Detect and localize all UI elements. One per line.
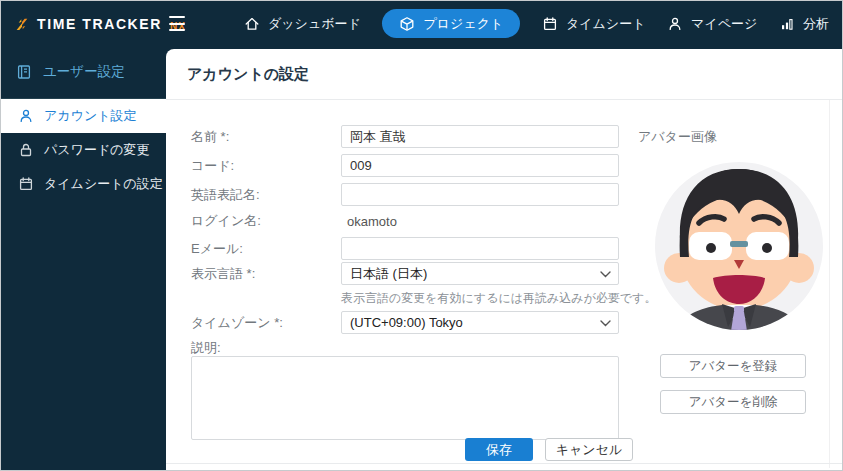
nav-analysis[interactable]: 分析 [779, 1, 829, 46]
language-value: 日本語 (日本) [350, 265, 427, 283]
calendar-icon [542, 16, 558, 32]
book-icon [16, 64, 32, 80]
description-field[interactable] [191, 356, 619, 440]
page-title: アカウントの設定 [187, 65, 309, 84]
cube-icon [399, 16, 415, 32]
sidebar-item-label: タイムシートの設定 [44, 175, 163, 193]
code-field[interactable] [341, 154, 619, 177]
calendar-icon [18, 176, 34, 192]
form-row-email: Eメール: [191, 237, 619, 260]
timezone-select[interactable]: (UTC+09:00) Tokyo [341, 311, 619, 334]
nav-projects[interactable]: プロジェクト [382, 9, 520, 38]
form-row-code: コード: [191, 154, 619, 177]
logo-icon [14, 16, 30, 32]
sidebar-item-label: アカウント設定 [44, 107, 137, 125]
sidebar-item-change-password[interactable]: パスワードの変更 [1, 133, 166, 167]
page-header: アカウントの設定 [166, 49, 842, 100]
sidebar-item-account-settings[interactable]: アカウント設定 [1, 99, 166, 133]
lock-icon [18, 142, 34, 158]
nav-label: ダッシュボード [268, 15, 361, 33]
chevron-down-icon [600, 271, 611, 278]
panel-right-edge [829, 100, 830, 468]
top-navigation: ダッシュボード プロジェクト タイムシート マイペ [244, 1, 829, 46]
avatar-illustration [654, 161, 824, 331]
english-name-field[interactable] [341, 183, 619, 206]
description-label: 説明: [191, 339, 221, 357]
timezone-value: (UTC+09:00) Tokyo [350, 315, 463, 330]
name-field[interactable] [341, 125, 619, 148]
language-note: 表示言語の変更を有効にするには再読み込みが必要です。 [341, 290, 656, 307]
form-row-english-name: 英語表記名: [191, 183, 619, 206]
content-bottom-divider [166, 463, 842, 464]
nav-label: タイムシート [566, 15, 646, 33]
save-button[interactable]: 保存 [465, 438, 533, 461]
cancel-button[interactable]: キャンセル [545, 438, 633, 461]
nav-mypage[interactable]: マイページ [667, 1, 757, 46]
sidebar-section-user-settings: ユーザー設定 [1, 46, 166, 98]
app-logo: TIME TRACKER NX [14, 1, 186, 46]
form-row-language: 表示言語 *: 日本語 (日本) [191, 262, 619, 285]
email-label: Eメール: [191, 240, 341, 258]
sidebar-section-label: ユーザー設定 [43, 63, 125, 81]
logo-title: TIME TRACKER [37, 16, 162, 32]
email-field[interactable] [341, 237, 619, 260]
avatar-delete-button[interactable]: アバターを削除 [660, 390, 806, 414]
timezone-label: タイムゾーン *: [191, 314, 341, 332]
english-name-label: 英語表記名: [191, 186, 341, 204]
sidebar-item-label: パスワードの変更 [44, 141, 150, 159]
nav-label: プロジェクト [423, 15, 503, 33]
chevron-down-icon [600, 320, 611, 327]
form-row-login: ログイン名: okamoto [191, 212, 397, 230]
sidebar-item-timesheet-settings[interactable]: タイムシートの設定 [1, 167, 166, 201]
bar-chart-icon [779, 16, 795, 32]
name-label: 名前 *: [191, 128, 341, 146]
topbar: TIME TRACKER NX ダッシュボード プロジェクト [1, 1, 842, 46]
login-value: okamoto [341, 214, 397, 229]
person-icon [667, 16, 683, 32]
code-label: コード: [191, 157, 341, 175]
language-select[interactable]: 日本語 (日本) [341, 262, 619, 285]
nav-label: 分析 [803, 15, 829, 33]
person-icon [18, 108, 34, 124]
app-window: TIME TRACKER NX ダッシュボード プロジェクト [0, 0, 843, 471]
avatar-section-label: アバター画像 [638, 128, 717, 146]
form-row-timezone: タイムゾーン *: (UTC+09:00) Tokyo [191, 311, 619, 334]
menu-toggle-button[interactable] [167, 14, 187, 33]
avatar-register-button[interactable]: アバターを登録 [660, 354, 806, 378]
nav-label: マイページ [691, 15, 757, 33]
language-label: 表示言語 *: [191, 265, 341, 283]
account-settings-panel: アカウントの設定 名前 *: コード: 英語表記名: ログイン名: okamot… [166, 49, 842, 470]
login-label: ログイン名: [191, 212, 341, 230]
main-area: アカウントの設定 名前 *: コード: 英語表記名: ログイン名: okamot… [166, 46, 842, 470]
nav-timesheet[interactable]: タイムシート [542, 1, 646, 46]
home-icon [244, 16, 260, 32]
nav-dashboard[interactable]: ダッシュボード [244, 1, 361, 46]
avatar-image [654, 161, 824, 331]
form-row-name: 名前 *: [191, 125, 619, 148]
sidebar: ユーザー設定 アカウント設定 パスワードの変更 タイムシートの設定 [1, 46, 166, 470]
